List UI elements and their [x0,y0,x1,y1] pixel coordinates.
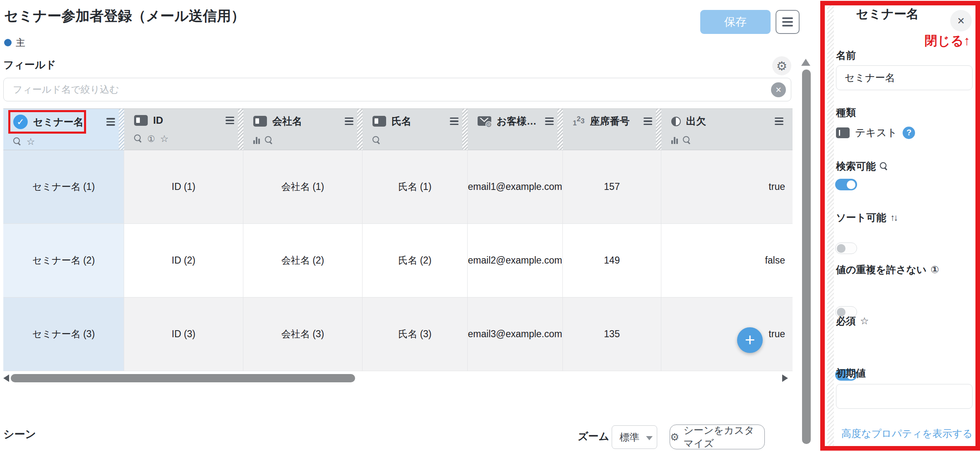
vertical-scrollbar-thumb[interactable] [802,70,811,444]
close-icon: × [957,14,965,28]
gear-icon: ⚙ [776,59,788,73]
table-cell[interactable]: email2@example.com [468,224,563,297]
column-menu-button[interactable] [450,118,459,125]
table-cell[interactable]: 会社名 (3) [243,297,363,371]
column-header-seat-number[interactable]: 123 座席番号 [563,109,661,150]
table-cell[interactable]: 氏名 (3) [363,297,468,371]
column-menu-button[interactable] [644,118,652,125]
required-label: 必須☆ [836,314,869,328]
scroll-right-arrow-icon[interactable] [782,374,788,382]
column-label: お客様メー... [497,115,540,128]
column-header-email[interactable]: @ お客様メー... [468,109,563,150]
table-cell[interactable]: 157 [563,150,661,223]
table-cell[interactable]: ID (1) [124,150,243,223]
table-cell[interactable]: email3@example.com [468,297,563,371]
default-value-label: 初期値 [836,367,866,380]
column-resize-handle[interactable] [119,109,124,150]
column-resize-handle[interactable] [357,109,363,150]
name-label: 名前 [836,49,856,62]
table-cell[interactable]: false [661,224,793,297]
unique-icon: ① [931,264,939,276]
table-cell[interactable]: 会社名 (1) [243,150,363,223]
searchable-toggle[interactable] [835,179,857,190]
advanced-properties-link[interactable]: 高度なプロパティを表示する [836,427,973,440]
close-icon: × [776,84,781,96]
hamburger-icon [782,17,793,19]
column-label: 座席番号 [590,115,629,128]
table-row: セミナー名 (2) ID (2) 会社名 (2) 氏名 (2) email2@e… [3,224,793,297]
table-cell[interactable]: 149 [563,224,661,297]
column-resize-handle[interactable] [462,109,468,150]
table-header-row: ✓ セミナー名 ☆ ID ① ☆ [3,108,793,150]
column-resize-handle[interactable] [557,109,563,150]
column-label: 出欠 [686,115,706,128]
column-header-company[interactable]: 会社名 [243,109,363,150]
gear-icon: ⚙ [670,431,679,443]
search-icon [13,137,22,146]
column-resize-handle[interactable] [238,109,243,150]
default-value-input[interactable] [836,384,973,409]
column-menu-button[interactable] [775,118,783,125]
table-cell[interactable]: true [661,297,793,371]
column-header-name[interactable]: 氏名 [363,109,468,150]
scroll-up-arrow-icon[interactable] [801,59,810,66]
column-menu-button[interactable] [345,118,353,125]
clear-filter-button[interactable]: × [771,82,786,97]
unique-label: 値の重複を許さない① [836,263,939,276]
table-cell[interactable]: ID (2) [124,224,243,297]
column-label: 氏名 [392,115,411,128]
search-icon [683,136,691,144]
column-menu-button[interactable] [545,118,554,125]
zoom-select[interactable]: 標準 [612,425,657,449]
save-button[interactable]: 保存 [700,10,771,34]
table-cell[interactable]: 氏名 (2) [363,224,468,297]
customize-scene-button[interactable]: ⚙ シーンをカスタマイズ [670,425,765,449]
number-123-icon: 123 [573,117,584,125]
text-field-icon [836,127,850,138]
panel-drag-edge[interactable] [827,5,834,446]
panel-close-button[interactable]: × [950,10,972,31]
table-cell[interactable]: 会社名 (2) [243,224,363,297]
name-input-value: セミナー名 [845,71,895,84]
column-menu-button[interactable] [106,118,115,126]
sort-arrows-icon: ↑↓ [890,212,897,223]
table-row: セミナー名 (1) ID (1) 会社名 (1) 氏名 (1) email1@e… [3,150,793,224]
sortable-toggle[interactable] [835,242,857,254]
column-menu-button[interactable] [226,117,234,125]
type-label: 種類 [836,106,856,119]
text-field-icon [372,116,386,127]
field-filter-input[interactable]: フィールド名で絞り込む × [3,78,791,101]
type-value-row: テキスト ? [836,126,915,139]
table-cell[interactable]: 135 [563,297,661,371]
panel-title: セミナー名 [856,6,919,23]
name-input[interactable]: セミナー名 [836,65,973,90]
table-cell[interactable]: true [661,150,793,223]
primary-key-label: 主 [16,36,25,49]
table-cell[interactable]: email1@example.com [468,150,563,223]
menu-button[interactable] [776,10,800,34]
help-icon[interactable]: ? [903,127,915,139]
search-icon [372,136,381,144]
column-header-attendance[interactable]: 出欠 [661,109,793,150]
bars-icon [253,137,260,144]
table-cell[interactable]: セミナー名 (3) [3,297,124,371]
close-annotation-text: 閉じる↑ [869,32,970,50]
column-header-id[interactable]: ID ① ☆ [124,109,243,150]
table-cell[interactable]: セミナー名 (2) [3,224,124,297]
column-resize-handle[interactable] [656,109,661,150]
table-cell[interactable]: ID (3) [124,297,243,371]
table-cell[interactable]: セミナー名 (1) [3,150,124,223]
search-icon [880,162,888,170]
text-field-icon [253,116,267,127]
table-cell[interactable]: 氏名 (1) [363,150,468,223]
add-record-button[interactable]: + [737,327,763,353]
scroll-left-arrow-icon[interactable] [3,374,9,382]
filter-placeholder: フィールド名で絞り込む [13,83,771,96]
type-value: テキスト [855,126,897,139]
table-row: セミナー名 (3) ID (3) 会社名 (3) 氏名 (3) email3@e… [3,297,793,371]
horizontal-scrollbar-thumb[interactable] [11,374,355,382]
field-settings-button[interactable]: ⚙ [772,56,791,75]
field-table: ✓ セミナー名 ☆ ID ① ☆ [3,108,793,371]
star-icon: ☆ [160,134,169,144]
column-label: ID [153,115,163,126]
